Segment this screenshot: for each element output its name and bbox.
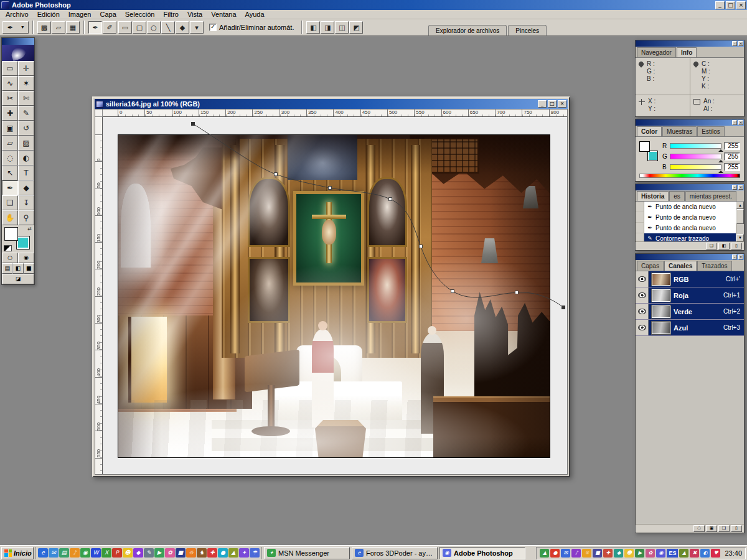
palette-tab[interactable]: Capas <box>637 261 664 271</box>
palette-titlebar[interactable]: –× <box>636 184 744 190</box>
quick-launch-icon[interactable]: ✚ <box>207 548 217 558</box>
fill-pixels-button[interactable]: ▦ <box>66 21 80 34</box>
quick-launch-icon[interactable]: W <box>91 548 101 558</box>
background-color-swatch[interactable] <box>647 151 658 161</box>
healing-brush-tool-button[interactable]: ✚ <box>2 106 18 121</box>
crop-tool-button[interactable]: ✂ <box>2 91 18 106</box>
quick-launch-icon[interactable]: ♞ <box>197 548 207 558</box>
history-source-checkbox[interactable] <box>636 223 644 233</box>
taskbar-task-button[interactable]: e Foros 3DPoder - ayuda p... <box>352 547 438 559</box>
scroll-down-button[interactable] <box>736 234 744 241</box>
tray-icon[interactable]: ▶ <box>635 549 644 558</box>
fullscreen-with-menubar-button[interactable]: ◧ <box>12 263 23 274</box>
pen-tool-button[interactable]: ✒ <box>88 21 102 34</box>
clone-stamp-tool-button[interactable]: ▣ <box>2 121 18 136</box>
palette-minimize-button[interactable]: – <box>732 185 737 190</box>
scroll-up-button[interactable] <box>736 202 744 209</box>
quick-launch-icon[interactable]: ✎ <box>144 548 154 558</box>
quick-launch-icon[interactable]: ✿ <box>165 548 175 558</box>
fullscreen-button[interactable]: ■ <box>24 263 34 274</box>
freeform-pen-button[interactable]: ✐ <box>103 21 116 34</box>
quick-launch-icon[interactable]: ▤ <box>59 548 69 558</box>
eyedropper-tool-button[interactable]: ↧ <box>18 195 34 210</box>
maximize-button[interactable]: □ <box>548 100 557 108</box>
scrollbar-thumb[interactable] <box>736 209 744 224</box>
intersect-path-button[interactable]: ◫ <box>335 21 349 34</box>
type-tool-button[interactable]: T <box>18 166 34 180</box>
tray-icon[interactable]: ♥ <box>711 549 720 558</box>
palette-close-button[interactable]: × <box>738 41 743 46</box>
close-button[interactable]: × <box>558 100 566 108</box>
channel-row[interactable]: Azul Ctrl+3 <box>636 320 744 336</box>
quick-launch-icon[interactable]: ♪ <box>70 548 80 558</box>
quick-launch-icon[interactable]: ☻ <box>123 548 133 558</box>
color-spectrum-bar[interactable] <box>639 174 740 178</box>
document-titlebar[interactable]: silleria164.jpg al 100% (RGB) _□× <box>95 99 568 109</box>
tray-icon[interactable]: ▲ <box>540 549 549 558</box>
menu-item[interactable]: Filtro <box>159 10 182 19</box>
hand-tool-button[interactable]: ✋ <box>2 210 18 225</box>
taskbar-task-button[interactable]: ✦ MSN Messenger <box>264 547 350 559</box>
tray-icon[interactable]: ☻ <box>624 549 634 558</box>
visibility-toggle[interactable] <box>636 304 649 319</box>
tray-icon[interactable]: ● <box>550 549 560 558</box>
tray-icon[interactable]: ◉ <box>656 549 665 558</box>
history-source-checkbox[interactable] <box>636 212 644 223</box>
magic-wand-tool-button[interactable]: ✶ <box>18 76 34 91</box>
dodge-tool-button[interactable]: ◐ <box>18 151 34 166</box>
quick-launch-icon[interactable]: P <box>112 548 122 558</box>
slider-track[interactable] <box>670 164 721 170</box>
scrollbar-track[interactable] <box>736 209 744 234</box>
quick-launch-icon[interactable]: ■ <box>176 548 186 558</box>
quick-launch-icon[interactable]: X <box>101 548 111 558</box>
close-button[interactable]: × <box>736 1 746 9</box>
quick-launch-icon[interactable]: ✦ <box>239 548 249 558</box>
quick-launch-icon[interactable]: ☼ <box>186 548 196 558</box>
custom-shape-tool-button[interactable]: ◆ <box>18 180 34 195</box>
maximize-button[interactable]: □ <box>726 1 735 9</box>
rectangular-marquee-tool-button[interactable]: ▭ <box>2 61 18 76</box>
quick-launch-icon[interactable]: ● <box>218 548 228 558</box>
tray-icon[interactable]: ◆ <box>614 549 623 558</box>
menu-item[interactable]: Archivo <box>1 10 33 19</box>
shape-options-arrow[interactable]: ▾ <box>190 21 204 34</box>
standard-mode-button[interactable]: ○ <box>2 253 18 263</box>
save-selection-as-channel-button[interactable]: ▣ <box>706 525 717 532</box>
palette-minimize-button[interactable]: – <box>732 254 737 259</box>
new-channel-button[interactable]: ❏ <box>718 525 730 532</box>
tray-icon[interactable]: ♪ <box>571 549 581 558</box>
photoshop-feather-logo[interactable] <box>2 45 34 61</box>
minimize-button[interactable]: _ <box>715 1 725 9</box>
menu-item[interactable]: Ventana <box>207 10 240 19</box>
new-snapshot-button[interactable]: ◧ <box>718 243 730 250</box>
history-state-row[interactable]: ✒ Punto de ancla nuevo <box>636 223 736 233</box>
pen-tool-button[interactable]: ✒ <box>2 180 18 195</box>
taskbar-task-button[interactable]: ◉ Adobe Photoshop <box>439 547 525 559</box>
channel-row[interactable]: Verde Ctrl+2 <box>636 304 744 320</box>
history-brush-tool-button[interactable]: ↺ <box>18 121 34 136</box>
menu-item[interactable]: Imagen <box>64 10 96 19</box>
exclude-path-button[interactable]: ◩ <box>349 21 363 34</box>
default-colors-icon[interactable] <box>4 245 12 251</box>
visibility-toggle[interactable] <box>636 287 649 303</box>
history-source-checkbox[interactable] <box>636 233 644 241</box>
load-channel-selection-button[interactable]: ◌ <box>693 525 705 532</box>
slider-track[interactable] <box>670 154 721 159</box>
standard-screen-button[interactable]: ▤ <box>2 263 12 274</box>
minimize-button[interactable]: _ <box>538 100 547 108</box>
menu-item[interactable]: Selección <box>121 10 159 19</box>
tray-icon[interactable]: ✉ <box>561 549 570 558</box>
palette-titlebar[interactable]: –× <box>636 40 744 47</box>
shape-layers-button[interactable]: ▩ <box>37 21 51 34</box>
rectangle-tool-button[interactable]: ▭ <box>118 21 132 34</box>
slider-thumb[interactable] <box>718 157 723 162</box>
foreground-color-swatch[interactable] <box>639 141 650 152</box>
paths-mode-button[interactable]: ▱ <box>52 21 65 34</box>
tray-icon[interactable]: ✿ <box>646 549 655 558</box>
slider-value[interactable]: 255 <box>724 163 740 171</box>
menu-item[interactable]: Ayuda <box>241 10 269 19</box>
toolbox-grip[interactable] <box>2 38 34 45</box>
slider-thumb[interactable] <box>718 168 723 173</box>
palette-tab[interactable]: Muestras <box>662 126 697 136</box>
palette-well-tab[interactable]: Pinceles <box>508 25 547 35</box>
